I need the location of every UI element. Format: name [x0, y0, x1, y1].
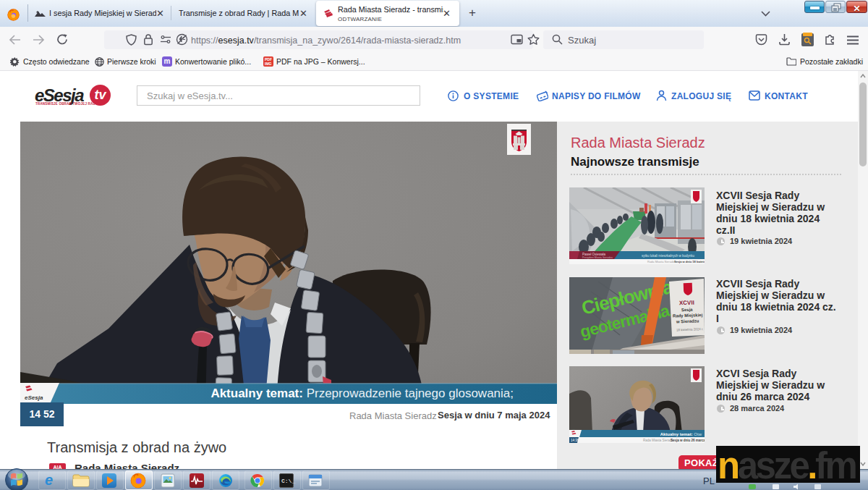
svg-text:XCVII: XCVII [679, 300, 694, 307]
svg-text:Rada Miasta Sieradz: Rada Miasta Sieradz [647, 260, 674, 263]
svg-text:14:36: 14:36 [571, 439, 579, 442]
svg-text:Aktualny temat: Otw: Aktualny temat: Otw [660, 432, 702, 436]
svg-text:Aktualny temat: Przeprowadzeni: Aktualny temat: Przeprowadzenie tajnego … [210, 386, 514, 400]
svg-text:Sesja: Sesja [681, 308, 694, 313]
svg-text:Paweł Osiewała: Paweł Osiewała [582, 253, 606, 256]
svg-text:Sesja w dniu 18 kwietnia 2024: Sesja w dniu 18 kwietnia 2024 [674, 260, 705, 263]
svg-text:sytku lokali mieszkalnych w bu: sytku lokali mieszkalnych w budynku [642, 254, 695, 258]
svg-text:Prezydent Miasta Sieradza: Prezydent Miasta Sieradza [582, 256, 613, 259]
svg-text:w Sieradzu: w Sieradzu [676, 318, 699, 324]
svg-text:Sesja w dniu 26 marca 2024: Sesja w dniu 26 marca 2024 [671, 439, 705, 442]
svg-text:Rada Miasta Sieradz: Rada Miasta Sieradz [643, 439, 674, 442]
svg-text:eSesja: eSesja [25, 394, 43, 401]
